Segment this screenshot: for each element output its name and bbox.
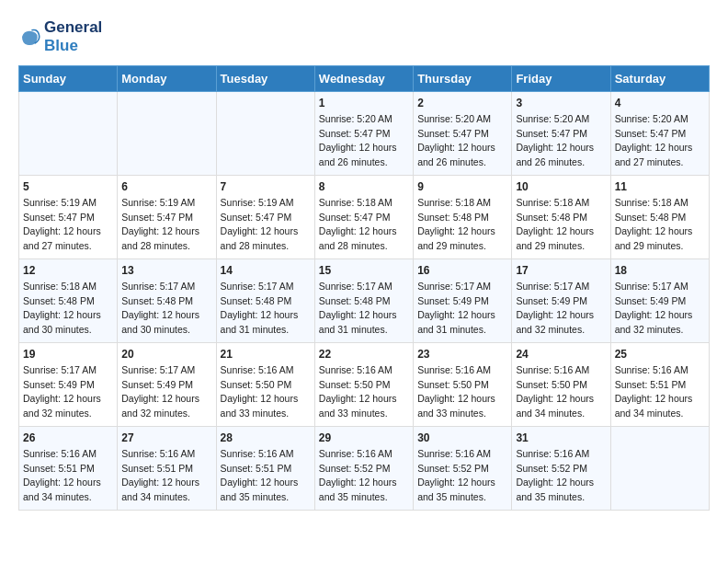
calendar-cell: 4Sunrise: 5:20 AM Sunset: 5:47 PM Daylig… xyxy=(610,91,709,175)
day-of-week-header: Saturday xyxy=(610,65,709,91)
day-info: Sunrise: 5:18 AM Sunset: 5:48 PM Dayligh… xyxy=(615,196,705,254)
day-info: Sunrise: 5:20 AM Sunset: 5:47 PM Dayligh… xyxy=(417,112,507,170)
day-number: 19 xyxy=(23,348,113,361)
calendar-cell: 3Sunrise: 5:20 AM Sunset: 5:47 PM Daylig… xyxy=(512,91,610,175)
calendar-cell: 31Sunrise: 5:16 AM Sunset: 5:52 PM Dayli… xyxy=(512,426,610,510)
day-info: Sunrise: 5:16 AM Sunset: 5:51 PM Dayligh… xyxy=(121,447,211,505)
day-info: Sunrise: 5:16 AM Sunset: 5:50 PM Dayligh… xyxy=(516,363,606,421)
calendar-cell: 30Sunrise: 5:16 AM Sunset: 5:52 PM Dayli… xyxy=(414,426,512,510)
day-number: 10 xyxy=(516,180,606,193)
day-info: Sunrise: 5:17 AM Sunset: 5:48 PM Dayligh… xyxy=(319,280,409,338)
day-info: Sunrise: 5:16 AM Sunset: 5:51 PM Dayligh… xyxy=(615,363,705,421)
day-info: Sunrise: 5:17 AM Sunset: 5:49 PM Dayligh… xyxy=(615,280,705,338)
calendar-week-row: 12Sunrise: 5:18 AM Sunset: 5:48 PM Dayli… xyxy=(19,259,710,342)
calendar-cell: 29Sunrise: 5:16 AM Sunset: 5:52 PM Dayli… xyxy=(314,426,413,510)
day-number: 21 xyxy=(221,348,311,361)
calendar-cell: 11Sunrise: 5:18 AM Sunset: 5:48 PM Dayli… xyxy=(610,175,709,259)
calendar-week-row: 19Sunrise: 5:17 AM Sunset: 5:49 PM Dayli… xyxy=(19,342,710,426)
day-info: Sunrise: 5:16 AM Sunset: 5:50 PM Dayligh… xyxy=(319,363,409,421)
day-info: Sunrise: 5:16 AM Sunset: 5:52 PM Dayligh… xyxy=(319,447,409,505)
calendar-header-row: SundayMondayTuesdayWednesdayThursdayFrid… xyxy=(19,65,710,91)
calendar-cell: 1Sunrise: 5:20 AM Sunset: 5:47 PM Daylig… xyxy=(314,91,413,175)
calendar-cell: 14Sunrise: 5:17 AM Sunset: 5:48 PM Dayli… xyxy=(216,259,314,342)
calendar-cell: 28Sunrise: 5:16 AM Sunset: 5:51 PM Dayli… xyxy=(216,426,314,510)
day-info: Sunrise: 5:18 AM Sunset: 5:48 PM Dayligh… xyxy=(23,280,113,338)
day-number: 23 xyxy=(417,348,507,361)
day-info: Sunrise: 5:20 AM Sunset: 5:47 PM Dayligh… xyxy=(319,112,409,170)
day-info: Sunrise: 5:19 AM Sunset: 5:47 PM Dayligh… xyxy=(23,196,113,254)
day-of-week-header: Friday xyxy=(512,65,610,91)
calendar-cell: 22Sunrise: 5:16 AM Sunset: 5:50 PM Dayli… xyxy=(314,342,413,426)
logo-text: General Blue xyxy=(44,18,102,56)
calendar-cell: 18Sunrise: 5:17 AM Sunset: 5:49 PM Dayli… xyxy=(610,259,709,342)
day-info: Sunrise: 5:20 AM Sunset: 5:47 PM Dayligh… xyxy=(615,112,705,170)
day-number: 28 xyxy=(221,431,311,444)
calendar-cell: 10Sunrise: 5:18 AM Sunset: 5:48 PM Dayli… xyxy=(512,175,610,259)
day-info: Sunrise: 5:16 AM Sunset: 5:50 PM Dayligh… xyxy=(417,363,507,421)
day-info: Sunrise: 5:18 AM Sunset: 5:48 PM Dayligh… xyxy=(417,196,507,254)
day-number: 11 xyxy=(615,180,705,193)
calendar-cell: 5Sunrise: 5:19 AM Sunset: 5:47 PM Daylig… xyxy=(19,175,118,259)
calendar-cell: 8Sunrise: 5:18 AM Sunset: 5:47 PM Daylig… xyxy=(314,175,413,259)
day-number: 7 xyxy=(221,180,311,193)
day-number: 6 xyxy=(121,180,211,193)
day-number: 3 xyxy=(516,97,606,109)
calendar-cell: 12Sunrise: 5:18 AM Sunset: 5:48 PM Dayli… xyxy=(19,259,118,342)
calendar-cell: 21Sunrise: 5:16 AM Sunset: 5:50 PM Dayli… xyxy=(216,342,314,426)
day-number: 8 xyxy=(319,180,409,193)
day-number: 18 xyxy=(615,264,705,277)
day-info: Sunrise: 5:17 AM Sunset: 5:49 PM Dayligh… xyxy=(23,363,113,421)
day-info: Sunrise: 5:18 AM Sunset: 5:47 PM Dayligh… xyxy=(319,196,409,254)
day-info: Sunrise: 5:16 AM Sunset: 5:51 PM Dayligh… xyxy=(23,447,113,505)
calendar-cell xyxy=(216,91,314,175)
calendar-cell xyxy=(610,426,709,510)
day-of-week-header: Tuesday xyxy=(216,65,314,91)
calendar-cell: 16Sunrise: 5:17 AM Sunset: 5:49 PM Dayli… xyxy=(414,259,512,342)
day-info: Sunrise: 5:18 AM Sunset: 5:48 PM Dayligh… xyxy=(516,196,606,254)
day-number: 22 xyxy=(319,348,409,361)
calendar-cell: 19Sunrise: 5:17 AM Sunset: 5:49 PM Dayli… xyxy=(19,342,118,426)
calendar-cell: 24Sunrise: 5:16 AM Sunset: 5:50 PM Dayli… xyxy=(512,342,610,426)
day-number: 13 xyxy=(121,264,211,277)
day-number: 2 xyxy=(417,97,507,109)
day-number: 29 xyxy=(319,431,409,444)
calendar-cell xyxy=(19,91,118,175)
day-number: 12 xyxy=(23,264,113,277)
logo-icon xyxy=(18,26,40,48)
day-number: 25 xyxy=(615,348,705,361)
calendar-cell: 2Sunrise: 5:20 AM Sunset: 5:47 PM Daylig… xyxy=(414,91,512,175)
day-of-week-header: Thursday xyxy=(414,65,512,91)
calendar-cell: 6Sunrise: 5:19 AM Sunset: 5:47 PM Daylig… xyxy=(118,175,216,259)
calendar-cell: 7Sunrise: 5:19 AM Sunset: 5:47 PM Daylig… xyxy=(216,175,314,259)
day-number: 17 xyxy=(516,264,606,277)
day-info: Sunrise: 5:16 AM Sunset: 5:50 PM Dayligh… xyxy=(221,363,311,421)
day-number: 30 xyxy=(417,431,507,444)
calendar-cell xyxy=(118,91,216,175)
day-number: 27 xyxy=(121,431,211,444)
day-number: 1 xyxy=(319,97,409,109)
calendar-week-row: 26Sunrise: 5:16 AM Sunset: 5:51 PM Dayli… xyxy=(19,426,710,510)
day-number: 31 xyxy=(516,431,606,444)
day-of-week-header: Wednesday xyxy=(314,65,413,91)
calendar-cell: 20Sunrise: 5:17 AM Sunset: 5:49 PM Dayli… xyxy=(118,342,216,426)
calendar-cell: 27Sunrise: 5:16 AM Sunset: 5:51 PM Dayli… xyxy=(118,426,216,510)
day-number: 20 xyxy=(121,348,211,361)
calendar-cell: 9Sunrise: 5:18 AM Sunset: 5:48 PM Daylig… xyxy=(414,175,512,259)
calendar-cell: 15Sunrise: 5:17 AM Sunset: 5:48 PM Dayli… xyxy=(314,259,413,342)
day-number: 26 xyxy=(23,431,113,444)
day-of-week-header: Sunday xyxy=(19,65,118,91)
calendar-table: SundayMondayTuesdayWednesdayThursdayFrid… xyxy=(18,65,710,511)
day-number: 24 xyxy=(516,348,606,361)
day-info: Sunrise: 5:19 AM Sunset: 5:47 PM Dayligh… xyxy=(221,196,311,254)
calendar-cell: 23Sunrise: 5:16 AM Sunset: 5:50 PM Dayli… xyxy=(414,342,512,426)
day-info: Sunrise: 5:17 AM Sunset: 5:49 PM Dayligh… xyxy=(516,280,606,338)
day-number: 4 xyxy=(615,97,705,109)
calendar-week-row: 1Sunrise: 5:20 AM Sunset: 5:47 PM Daylig… xyxy=(19,91,710,175)
day-info: Sunrise: 5:16 AM Sunset: 5:52 PM Dayligh… xyxy=(516,447,606,505)
day-info: Sunrise: 5:17 AM Sunset: 5:48 PM Dayligh… xyxy=(221,280,311,338)
day-info: Sunrise: 5:17 AM Sunset: 5:49 PM Dayligh… xyxy=(121,363,211,421)
calendar-cell: 17Sunrise: 5:17 AM Sunset: 5:49 PM Dayli… xyxy=(512,259,610,342)
day-number: 9 xyxy=(417,180,507,193)
day-info: Sunrise: 5:20 AM Sunset: 5:47 PM Dayligh… xyxy=(516,112,606,170)
day-info: Sunrise: 5:17 AM Sunset: 5:49 PM Dayligh… xyxy=(417,280,507,338)
